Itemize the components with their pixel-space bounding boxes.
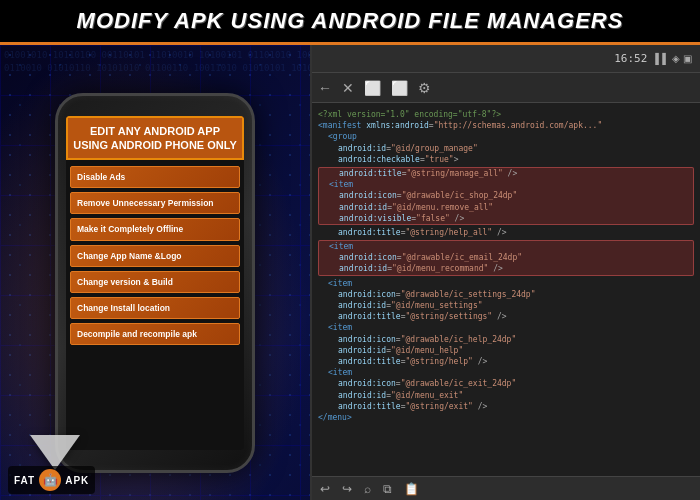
phone-wrapper: EDIT ANY ANDROID APP USING ANDROID PHONE…: [55, 93, 255, 473]
menu-item-1[interactable]: Disable Ads: [70, 166, 240, 188]
phone-header-text: EDIT ANY ANDROID APP USING ANDROID PHONE…: [66, 116, 244, 161]
logo: FAT 🤖 APK: [8, 466, 95, 494]
robot-icon: 🤖: [43, 473, 58, 487]
code-line-3: <group: [318, 131, 694, 142]
close-icon[interactable]: ✕: [342, 80, 354, 96]
phone-header-line1: EDIT ANY ANDROID APP: [72, 124, 238, 138]
code-line-7: <item: [319, 179, 693, 190]
content-area: 01001010 10110100 00110101 11010010 1010…: [0, 45, 700, 500]
maximize-icon[interactable]: ⬜: [391, 80, 408, 96]
left-panel: EDIT ANY ANDROID APP USING ANDROID PHONE…: [0, 45, 310, 500]
editor-topbar: 16:52 ▌▌ ◈ ▣: [312, 45, 700, 73]
menu-item-4[interactable]: Change App Name &Logo: [70, 245, 240, 267]
logo-icon: 🤖: [39, 469, 61, 491]
back-icon[interactable]: ←: [318, 80, 332, 96]
code-line-24: android:icon="@drawable/ic_exit_24dp": [318, 378, 694, 389]
code-line-16: android:icon="@drawable/ic_settings_24dp…: [318, 289, 694, 300]
phone-device: EDIT ANY ANDROID APP USING ANDROID PHONE…: [55, 93, 255, 473]
code-line-10: android:visible="false" />: [319, 213, 693, 224]
code-line-12: <item: [319, 241, 693, 252]
menu-item-3[interactable]: Make it Completely Offline: [70, 218, 240, 240]
search-code-icon[interactable]: ⌕: [364, 482, 371, 496]
phone-screen: EDIT ANY ANDROID APP USING ANDROID PHONE…: [66, 116, 244, 450]
phone-menu: Disable Ads Remove Unnecessary Permissio…: [66, 160, 244, 351]
editor-time: 16:52: [614, 52, 647, 65]
paste-icon[interactable]: 📋: [404, 482, 419, 496]
code-line-6: android:title="@string/manage_all" />: [319, 168, 693, 179]
code-line-25: android:id="@id/menu_exit": [318, 390, 694, 401]
logo-text-right: APK: [65, 475, 89, 486]
menu-item-7[interactable]: Decompile and recompile apk: [70, 323, 240, 345]
logo-text-left: FAT: [14, 475, 35, 486]
copy-icon[interactable]: ⧉: [383, 482, 392, 496]
code-line-8: android:icon="@drawable/ic_shop_24dp": [319, 190, 693, 201]
code-line-21: android:id="@id/menu_help": [318, 345, 694, 356]
code-line-22: android:title="@string/help" />: [318, 356, 694, 367]
editor-content[interactable]: <?xml version="1.0" encoding="utf-8"?> <…: [312, 103, 700, 476]
down-arrow-icon: [30, 435, 80, 470]
code-line-27: </menu>: [318, 412, 694, 423]
editor-status-icons: ▌▌ ◈ ▣: [655, 53, 692, 64]
code-line-15: <item: [318, 278, 694, 289]
code-line-18: android:title="@string/settings" />: [318, 311, 694, 322]
code-line-23: <item: [318, 367, 694, 378]
code-line-9: android:id="@id/menu.remove_all": [319, 202, 693, 213]
redo-icon[interactable]: ↪: [342, 482, 352, 496]
code-highlight-block-1: android:title="@string/manage_all" /> <i…: [318, 167, 694, 225]
settings-icon[interactable]: ⚙: [418, 80, 431, 96]
code-line-17: android:id="@id/menu_settings": [318, 300, 694, 311]
right-panel: 16:52 ▌▌ ◈ ▣ ← ✕ ⬜ ⬜ ⚙ <?xml version="1.…: [310, 45, 700, 500]
phone-header-line2: USING ANDROID PHONE ONLY: [72, 138, 238, 152]
code-line-19: <item: [318, 322, 694, 333]
minimize-icon[interactable]: ⬜: [364, 80, 381, 96]
code-line-13: android:icon="@drawable/ic_email_24dp": [319, 252, 693, 263]
main-container: MODIFY APK USING ANDROID FILE MANAGERS 0…: [0, 0, 700, 500]
code-line-2: <manifest xmlns:android="http://schemas.…: [318, 120, 694, 131]
editor-toolbar: ← ✕ ⬜ ⬜ ⚙: [312, 73, 700, 103]
menu-item-2[interactable]: Remove Unnecessary Permission: [70, 192, 240, 214]
undo-icon[interactable]: ↩: [320, 482, 330, 496]
code-line-4: android:id="@id/group_manage": [318, 143, 694, 154]
code-highlight-block-2: <item android:icon="@drawable/ic_email_2…: [318, 240, 694, 276]
menu-item-5[interactable]: Change version & Build: [70, 271, 240, 293]
menu-item-6[interactable]: Change Install location: [70, 297, 240, 319]
code-line-5: android:checkable="true">: [318, 154, 694, 165]
code-line-14: android:id="@id/menu_recommand" />: [319, 263, 693, 274]
code-line-11: android:title="@string/help_all" />: [318, 227, 694, 238]
editor-bottom-bar: ↩ ↪ ⌕ ⧉ 📋: [312, 476, 700, 500]
code-line-26: android:title="@string/exit" />: [318, 401, 694, 412]
header: MODIFY APK USING ANDROID FILE MANAGERS: [0, 0, 700, 45]
code-line-20: android:icon="@drawable/ic_help_24dp": [318, 334, 694, 345]
header-title: MODIFY APK USING ANDROID FILE MANAGERS: [77, 8, 624, 34]
code-line-1: <?xml version="1.0" encoding="utf-8"?>: [318, 109, 694, 120]
